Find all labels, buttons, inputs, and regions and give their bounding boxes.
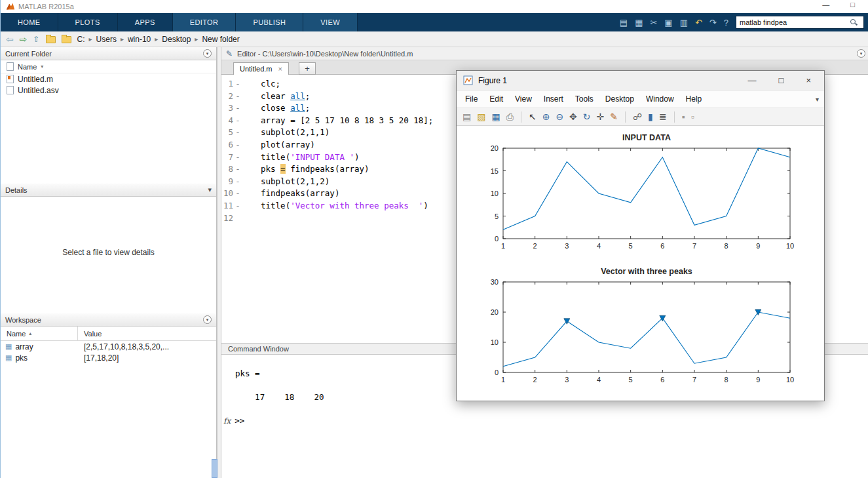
menu-insert[interactable]: Insert xyxy=(538,94,569,104)
name-column-header[interactable]: Name ▴ xyxy=(1,327,78,340)
new-script-icon[interactable]: ▤ xyxy=(620,18,628,27)
editor-tab-untitled[interactable]: Untitled.m × xyxy=(233,62,289,75)
svg-text:10: 10 xyxy=(786,242,794,250)
menu-help[interactable]: Help xyxy=(680,94,708,104)
menu-desktop[interactable]: Desktop xyxy=(599,94,640,104)
tab-label: Untitled.m xyxy=(240,65,273,73)
variable-row[interactable]: ▦pks[17,18,20] xyxy=(1,352,216,363)
ribbon-tab-plots[interactable]: PLOTS xyxy=(58,13,118,31)
file-item[interactable]: Untitled.asv xyxy=(1,85,216,96)
code-text xyxy=(242,212,261,225)
paste-icon[interactable]: ▥ xyxy=(680,18,688,27)
breadcrumb-segment[interactable]: Users xyxy=(96,35,117,44)
cut-icon[interactable]: ✂ xyxy=(650,18,657,27)
new-tab-button[interactable]: + xyxy=(299,62,316,75)
link-plot-icon[interactable]: ☍ xyxy=(633,112,642,121)
insert-legend-icon[interactable]: ≣ xyxy=(659,112,667,121)
ribbon-tab-publish[interactable]: PUBLISH xyxy=(236,13,303,31)
svg-text:6: 6 xyxy=(660,242,664,250)
pointer-icon[interactable]: ↖ xyxy=(529,112,537,121)
variable-row[interactable]: ▦array[2,5,17,10,8,18,3,5,20,... xyxy=(1,341,216,352)
new-figure-icon[interactable]: ▤ xyxy=(462,112,471,121)
search-input[interactable] xyxy=(736,18,849,26)
back-icon[interactable]: ⇦ xyxy=(6,35,14,44)
workspace-panel: Workspace ▾ Name ▴ Value ▦array[2,5,17,1… xyxy=(1,313,217,478)
fx-function-hint-icon[interactable]: fx xyxy=(223,415,231,427)
figure-menubar: FileEditViewInsertToolsDesktopWindowHelp… xyxy=(457,90,824,108)
svg-text:8: 8 xyxy=(725,242,728,250)
svg-text:3: 3 xyxy=(565,376,569,384)
execution-marker: - xyxy=(233,200,242,212)
figure-maximize-button[interactable]: □ xyxy=(779,75,784,85)
panel-menu-icon[interactable]: ▾ xyxy=(857,49,865,58)
sort-ascending-icon: ▴ xyxy=(29,330,31,336)
help-icon[interactable]: ? xyxy=(724,18,728,27)
brush-icon[interactable]: ✎ xyxy=(610,112,618,121)
menu-file[interactable]: File xyxy=(459,94,483,104)
menubar-overflow-icon[interactable]: ▾ xyxy=(816,96,819,103)
redo-icon[interactable]: ↷ xyxy=(709,18,717,27)
file-item[interactable]: Untitled.m xyxy=(1,73,216,85)
figure-close-button[interactable]: × xyxy=(806,75,811,85)
menu-edit[interactable]: Edit xyxy=(483,94,509,104)
rotate-3d-icon[interactable]: ↻ xyxy=(583,112,591,121)
menu-tools[interactable]: Tools xyxy=(569,94,599,104)
collapse-chevron-icon[interactable]: ▾ xyxy=(208,186,212,194)
zoom-out-icon[interactable]: ⊖ xyxy=(556,112,563,121)
tab-close-icon[interactable]: × xyxy=(278,65,282,73)
breadcrumb-segment[interactable]: Desktop xyxy=(162,35,191,44)
svg-text:5: 5 xyxy=(629,376,633,384)
search-icon[interactable] xyxy=(849,18,858,27)
figure-minimize-button[interactable]: — xyxy=(748,75,757,85)
forward-icon[interactable]: ⇨ xyxy=(20,35,28,44)
svg-text:INPUT DATA: INPUT DATA xyxy=(622,133,671,142)
save-figure-icon[interactable]: ▦ xyxy=(491,112,500,121)
execution-marker: - xyxy=(233,188,242,200)
up-folder-icon[interactable]: ⇧ xyxy=(33,35,39,43)
browse-folder-icon[interactable] xyxy=(62,36,71,43)
hide-plot-tools-icon[interactable]: ▪ xyxy=(682,112,685,121)
undo-icon[interactable]: ↶ xyxy=(695,18,702,27)
line-number: 6 xyxy=(221,139,233,151)
command-prompt-row: fx >> xyxy=(221,415,868,427)
copy-icon[interactable]: ▣ xyxy=(664,18,672,27)
breadcrumb: C:▸Users▸win-10▸Desktop▸New folder xyxy=(77,35,240,44)
data-cursor-icon[interactable]: ✛ xyxy=(597,112,605,121)
panel-menu-icon[interactable]: ▾ xyxy=(203,315,212,324)
breadcrumb-segment[interactable]: New folder xyxy=(202,35,239,44)
find-files-icon[interactable] xyxy=(46,36,56,43)
search-box xyxy=(736,16,864,29)
ribbon-tab-view[interactable]: VIEW xyxy=(303,13,358,31)
variable-name: pks xyxy=(15,353,28,363)
panel-menu-icon[interactable]: ▾ xyxy=(203,49,212,58)
save-icon[interactable]: ▦ xyxy=(635,18,643,27)
minimize-button[interactable]: — xyxy=(822,1,829,9)
command-prompt[interactable]: >> xyxy=(235,415,244,427)
svg-text:9: 9 xyxy=(756,242,760,250)
panel-splitter[interactable] xyxy=(217,47,221,478)
insert-colorbar-icon[interactable]: ▮ xyxy=(648,112,653,121)
menu-window[interactable]: Window xyxy=(640,94,680,104)
breadcrumb-separator-icon: ▸ xyxy=(89,35,92,43)
show-plot-tools-icon[interactable]: ▫ xyxy=(691,112,694,121)
pan-icon[interactable]: ✥ xyxy=(569,112,577,121)
open-file-icon[interactable]: ▧ xyxy=(477,112,485,121)
scrollbar-thumb[interactable] xyxy=(212,459,217,478)
svg-text:5: 5 xyxy=(629,242,633,250)
menu-view[interactable]: View xyxy=(509,94,538,104)
breadcrumb-segment[interactable]: win-10 xyxy=(128,35,151,44)
ribbon-tab-editor[interactable]: EDITOR xyxy=(173,13,236,31)
variable-matrix-icon: ▦ xyxy=(5,343,12,350)
figure-window[interactable]: Figure 1 — □ × FileEditViewInsertToolsDe… xyxy=(456,70,825,401)
zoom-in-icon[interactable]: ⊕ xyxy=(542,112,550,121)
execution-marker: - xyxy=(233,78,242,90)
ribbon-tab-apps[interactable]: APPS xyxy=(118,13,173,31)
name-column-header[interactable]: Name ▾ xyxy=(1,60,216,73)
print-figure-icon[interactable]: ⎙ xyxy=(506,112,514,121)
ribbon-tab-home[interactable]: HOME xyxy=(1,13,58,31)
sort-menu-icon[interactable]: ▾ xyxy=(41,64,43,70)
figure-titlebar[interactable]: Figure 1 — □ × xyxy=(457,71,824,90)
value-column-header[interactable]: Value xyxy=(78,330,102,338)
restore-button[interactable]: □ xyxy=(850,1,855,9)
breadcrumb-segment[interactable]: C: xyxy=(77,35,85,44)
